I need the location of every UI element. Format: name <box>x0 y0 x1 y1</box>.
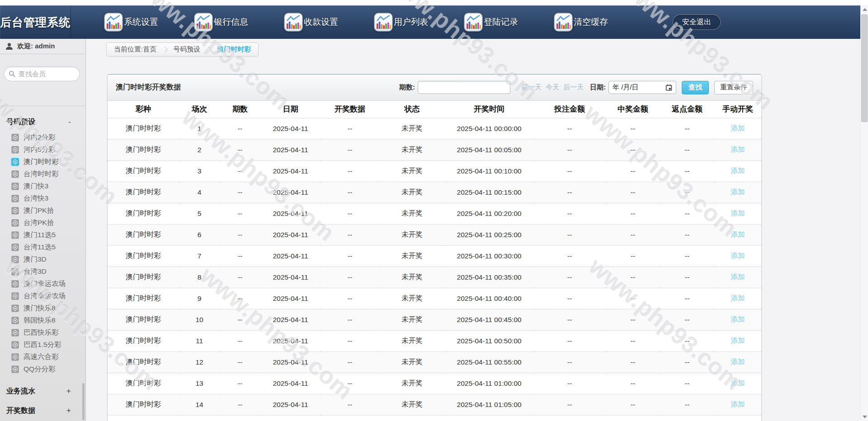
draw-data-table: 彩种 场次 期数 日期 开奖数据 状态 开奖时间 投注金额 中奖金额 返点金额 … <box>108 101 761 421</box>
next-day-link[interactable]: 后一天 <box>563 83 584 92</box>
table-row: 澳门时时彩 4 -- 2025-04-11 -- 未开奖 2025-04-11 … <box>108 182 761 203</box>
add-link[interactable]: 添加 <box>731 315 745 323</box>
table-row: 澳门时时彩 15 -- 2025-04-11 -- 未开奖 2025-04-11… <box>108 415 761 421</box>
cell-draw: -- <box>321 394 379 415</box>
sidebar-item-lottery[interactable]: 澳门幸运农场 <box>0 278 85 290</box>
table-row: 澳门时时彩 2 -- 2025-04-11 -- 未开奖 2025-04-11 … <box>108 139 761 160</box>
nav-item[interactable]: 登陆记录 <box>464 13 518 32</box>
cell-time: 2025-04-11 00:10:00 <box>445 160 533 182</box>
cell-issue: -- <box>220 203 260 224</box>
cell-issue: -- <box>220 118 260 139</box>
cell-date: 2025-04-11 <box>260 288 321 309</box>
add-link[interactable]: 添加 <box>731 230 745 238</box>
sidebar-item-lottery[interactable]: 台湾时时彩 <box>0 168 85 180</box>
member-search-box <box>4 66 80 81</box>
cell-status: 未开奖 <box>379 118 445 139</box>
sidebar-item-lottery[interactable]: 台湾3D <box>0 266 85 278</box>
sidebar-item-lottery[interactable]: 台湾幸运农场 <box>0 290 85 302</box>
cell-date: 2025-04-11 <box>260 267 321 288</box>
sidebar-item-lottery[interactable]: 巴西1.5分彩 <box>0 339 85 351</box>
logout-button[interactable]: 安全退出 <box>673 14 721 30</box>
reset-filters-button[interactable]: 重置条件 <box>714 81 753 94</box>
breadcrumb-section[interactable]: 号码预设 <box>173 45 200 54</box>
sidebar-item-lottery[interactable]: 澳门3D <box>0 253 85 266</box>
cell-status: 未开奖 <box>379 351 445 373</box>
collapse-icon[interactable]: - <box>68 116 79 128</box>
scroll-up-arrow[interactable] <box>863 8 867 11</box>
table-row: 澳门时时彩 10 -- 2025-04-11 -- 未开奖 2025-04-11… <box>108 309 761 330</box>
cell-time: 2025-04-11 00:45:00 <box>445 309 533 330</box>
cell-issue: -- <box>220 351 260 373</box>
nav-item[interactable]: 系统设置 <box>104 13 158 32</box>
sidebar-item-lottery[interactable]: 澳门11选5 <box>0 229 85 241</box>
member-search-input[interactable] <box>19 70 73 78</box>
scrollbar-thumb[interactable] <box>861 14 868 122</box>
expand-icon[interactable]: + <box>66 405 79 416</box>
sidebar-section-draw-data[interactable]: 开奖数据 + <box>6 395 79 416</box>
issue-input[interactable] <box>418 81 510 94</box>
cell-date: 2025-04-11 <box>260 394 321 415</box>
add-link[interactable]: 添加 <box>731 209 745 217</box>
cell-time: 2025-04-11 00:50:00 <box>445 330 533 351</box>
add-link[interactable]: 添加 <box>731 379 745 387</box>
chart-icon <box>374 13 393 32</box>
sidebar-item-lottery[interactable]: 巴西快乐彩 <box>0 327 85 339</box>
breadcrumb-home[interactable]: 首页 <box>143 45 156 54</box>
bullet-icon <box>11 243 19 251</box>
sidebar-item-lottery[interactable]: 台湾PK拾 <box>0 217 85 229</box>
scroll-down-arrow[interactable] <box>863 416 867 418</box>
cell-time: 2025-04-11 00:15:00 <box>445 182 533 203</box>
date-picker[interactable]: 年 /月/日 <box>609 81 676 94</box>
sidebar-item-lottery[interactable]: 澳门快乐8 <box>0 302 85 314</box>
sidebar-item-lottery[interactable]: 高速六合彩 <box>0 351 85 363</box>
sidebar-item-lottery[interactable]: 澳门快3 <box>0 180 85 192</box>
expand-icon[interactable]: + <box>66 385 79 397</box>
nav-item[interactable]: 银行信息 <box>194 13 248 32</box>
add-link[interactable]: 添加 <box>731 400 745 408</box>
sidebar-section-number-presets[interactable]: 号码预设 - <box>6 106 79 128</box>
cell-issue: -- <box>220 394 260 415</box>
cell-issue: -- <box>220 330 260 351</box>
sidebar-item-lottery[interactable]: 台湾11选5 <box>0 241 85 253</box>
add-link[interactable]: 添加 <box>731 337 745 344</box>
sidebar-item-lottery[interactable]: 澳门PK拾 <box>0 205 85 217</box>
add-link[interactable]: 添加 <box>731 273 745 281</box>
cell-draw: -- <box>321 245 379 267</box>
nav-item[interactable]: 收款设置 <box>284 13 338 32</box>
add-link[interactable]: 添加 <box>731 294 745 302</box>
sidebar-item-lottery[interactable]: 韩国快乐8 <box>0 314 85 327</box>
prev-day-link[interactable]: 前一天 <box>521 83 542 92</box>
search-button[interactable]: 查找 <box>682 81 709 94</box>
cell-win: -- <box>606 245 660 267</box>
cell-draw: -- <box>321 160 379 182</box>
sidebar-item-lottery[interactable]: QQ分分彩 <box>0 363 85 375</box>
cell-lottery: 澳门时时彩 <box>108 267 179 288</box>
sidebar-item-label: 河内5分彩 <box>24 145 56 154</box>
bullet-icon <box>11 146 19 154</box>
table-row: 澳门时时彩 1 -- 2025-04-11 -- 未开奖 2025-04-11 … <box>108 118 761 139</box>
sidebar-section-business-flow[interactable]: 业务流水 + <box>6 375 79 397</box>
day-quick-links: 前一天 今天 后一天 <box>521 83 584 92</box>
breadcrumb-current: 澳门时时彩 <box>217 45 251 54</box>
today-link[interactable]: 今天 <box>546 83 559 92</box>
top-nav: 系统设置 银行信息 收款设置 用户列表 <box>104 5 608 39</box>
add-link[interactable]: 添加 <box>731 358 745 365</box>
sidebar-item-lottery[interactable]: 澳门时时彩 <box>0 156 85 168</box>
sidebar-item-lottery[interactable]: 台湾快3 <box>0 192 85 205</box>
col-bet: 投注金额 <box>533 101 606 118</box>
cell-session: 12 <box>179 351 220 373</box>
add-link[interactable]: 添加 <box>731 145 745 153</box>
cell-status: 未开奖 <box>379 288 445 309</box>
cell-bet: -- <box>533 309 606 330</box>
nav-item[interactable]: 清空缓存 <box>554 13 608 32</box>
sidebar-item-label: 台湾PK拾 <box>24 218 54 228</box>
bullet-icon <box>11 317 19 324</box>
sidebar-item-lottery[interactable]: 河内5分彩 <box>0 144 85 156</box>
add-link[interactable]: 添加 <box>731 124 745 132</box>
add-link[interactable]: 添加 <box>731 188 745 196</box>
nav-item[interactable]: 用户列表 <box>374 13 428 32</box>
sidebar-item-lottery[interactable]: 河内2分彩 <box>0 131 85 144</box>
add-link[interactable]: 添加 <box>731 252 745 259</box>
sidebar-scrollbar-thumb[interactable] <box>82 383 85 420</box>
add-link[interactable]: 添加 <box>731 167 745 174</box>
